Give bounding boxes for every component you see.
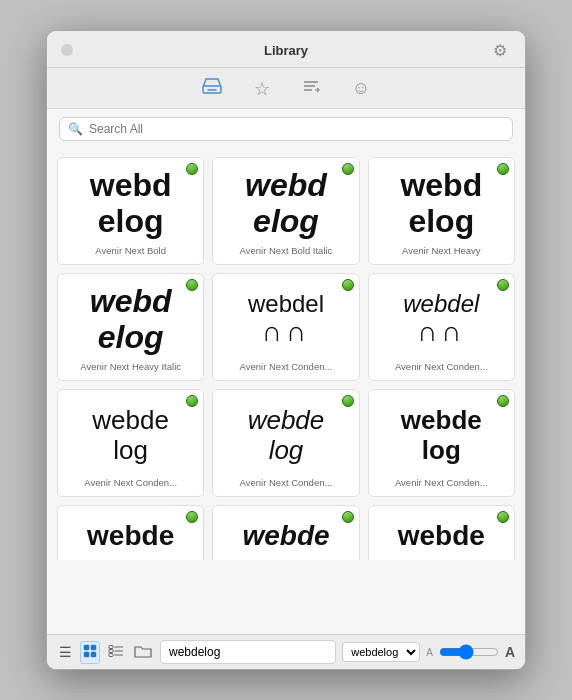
svg-rect-7 bbox=[84, 652, 89, 657]
font-card-avenir-cond-2[interactable]: webdel∩∩ Avenir Next Conden... bbox=[368, 273, 515, 381]
preview-text: webdel∩∩ bbox=[248, 291, 324, 348]
active-dot bbox=[497, 163, 509, 175]
font-row-2: webdelog Avenir Next Heavy Italic webdel… bbox=[57, 273, 515, 381]
svg-rect-9 bbox=[109, 645, 113, 648]
svg-rect-13 bbox=[109, 653, 113, 656]
font-preview: webdel∩∩ bbox=[221, 282, 350, 357]
preview-text: webdelog bbox=[400, 168, 482, 238]
toolbar: ☆ ☺ bbox=[47, 68, 525, 109]
font-preview: webdelog bbox=[377, 166, 506, 241]
font-label: Avenir Next Heavy bbox=[377, 245, 506, 256]
font-card-avenir-next-heavy-italic[interactable]: webdelog Avenir Next Heavy Italic bbox=[57, 273, 204, 381]
size-slider[interactable] bbox=[439, 644, 499, 660]
grid-view-icon[interactable] bbox=[80, 641, 100, 664]
size-large-label: A bbox=[505, 644, 515, 660]
active-dot bbox=[342, 279, 354, 291]
preview-text: webdelog bbox=[401, 406, 482, 466]
font-card-avenir-next-bold-italic[interactable]: webdelog Avenir Next Bold Italic bbox=[212, 157, 359, 265]
svg-rect-6 bbox=[91, 645, 96, 650]
preview-text: webdelog bbox=[90, 284, 172, 354]
font-card-avenir-next-bold[interactable]: webdelog Avenir Next Bold bbox=[57, 157, 204, 265]
svg-rect-11 bbox=[109, 649, 113, 652]
active-dot bbox=[342, 163, 354, 175]
svg-rect-8 bbox=[91, 652, 96, 657]
font-label: Avenir Next Heavy Italic bbox=[66, 361, 195, 372]
window-title: Library bbox=[264, 43, 308, 58]
search-icon: 🔍 bbox=[68, 122, 83, 136]
search-input-wrap: 🔍 bbox=[59, 117, 513, 141]
list-view-icon[interactable] bbox=[106, 642, 126, 663]
font-row-4: webde webde webde bbox=[57, 505, 515, 560]
active-dot bbox=[186, 163, 198, 175]
font-preview: webdelog bbox=[221, 398, 350, 473]
active-dot bbox=[497, 279, 509, 291]
emoji-icon[interactable]: ☺ bbox=[346, 76, 376, 102]
font-preview: webdelog bbox=[66, 166, 195, 241]
preview-text: webde bbox=[87, 520, 174, 552]
gear-icon[interactable]: ⚙ bbox=[493, 41, 511, 59]
font-row-3: webdelog Avenir Next Conden... webdelog … bbox=[57, 389, 515, 497]
font-card-avenir-cond-4[interactable]: webdelog Avenir Next Conden... bbox=[212, 389, 359, 497]
font-label: Avenir Next Conden... bbox=[221, 361, 350, 372]
preview-text-input[interactable] bbox=[160, 640, 336, 664]
font-preview: webdel∩∩ bbox=[377, 282, 506, 357]
main-window: Library ⚙ ☆ ☺ 🔍 bbox=[46, 30, 526, 670]
tray-icon[interactable] bbox=[196, 76, 228, 102]
sort-icon[interactable] bbox=[296, 76, 326, 102]
svg-rect-5 bbox=[84, 645, 89, 650]
active-dot bbox=[342, 395, 354, 407]
search-input[interactable] bbox=[89, 122, 504, 136]
font-card-partial-3[interactable]: webde bbox=[368, 505, 515, 560]
font-card-avenir-next-heavy[interactable]: webdelog Avenir Next Heavy bbox=[368, 157, 515, 265]
preview-text: webdelog bbox=[92, 406, 169, 466]
active-dot bbox=[497, 395, 509, 407]
active-dot bbox=[186, 511, 198, 523]
preview-text: webdelog bbox=[90, 168, 172, 238]
font-card-partial-2[interactable]: webde bbox=[212, 505, 359, 560]
font-card-avenir-cond-3[interactable]: webdelog Avenir Next Conden... bbox=[57, 389, 204, 497]
font-label: Avenir Next Conden... bbox=[221, 477, 350, 488]
active-dot bbox=[186, 279, 198, 291]
font-label: Avenir Next Conden... bbox=[66, 477, 195, 488]
font-grid: webdelog Avenir Next Bold webdelog Aveni… bbox=[47, 149, 525, 634]
menu-icon[interactable]: ☰ bbox=[57, 642, 74, 662]
search-bar: 🔍 bbox=[47, 109, 525, 149]
font-label: Avenir Next Conden... bbox=[377, 361, 506, 372]
preview-text: webde bbox=[398, 520, 485, 552]
size-small-label: A bbox=[426, 647, 433, 658]
folder-icon[interactable] bbox=[132, 642, 154, 663]
font-row-1: webdelog Avenir Next Bold webdelog Aveni… bbox=[57, 157, 515, 265]
titlebar: Library ⚙ bbox=[47, 31, 525, 68]
font-card-avenir-cond-1[interactable]: webdel∩∩ Avenir Next Conden... bbox=[212, 273, 359, 381]
preview-text: webdelog bbox=[245, 168, 327, 238]
active-dot bbox=[497, 511, 509, 523]
font-label: Avenir Next Bold Italic bbox=[221, 245, 350, 256]
close-button[interactable] bbox=[61, 44, 73, 56]
active-dot bbox=[186, 395, 198, 407]
active-dot bbox=[342, 511, 354, 523]
star-icon[interactable]: ☆ bbox=[248, 76, 276, 102]
font-preview: webdelog bbox=[221, 166, 350, 241]
font-preview: webdelog bbox=[66, 282, 195, 357]
preview-text: webde bbox=[242, 520, 329, 552]
preview-text: webdel∩∩ bbox=[403, 291, 479, 348]
font-card-partial-1[interactable]: webde bbox=[57, 505, 204, 560]
bottom-bar: ☰ webdelog bbox=[47, 634, 525, 669]
font-label: Avenir Next Conden... bbox=[377, 477, 506, 488]
preview-select[interactable]: webdelog bbox=[342, 642, 420, 662]
preview-text: webdelog bbox=[248, 406, 325, 466]
font-preview: webdelog bbox=[377, 398, 506, 473]
font-label: Avenir Next Bold bbox=[66, 245, 195, 256]
font-preview: webdelog bbox=[66, 398, 195, 473]
traffic-lights bbox=[61, 44, 73, 56]
font-card-avenir-cond-5[interactable]: webdelog Avenir Next Conden... bbox=[368, 389, 515, 497]
